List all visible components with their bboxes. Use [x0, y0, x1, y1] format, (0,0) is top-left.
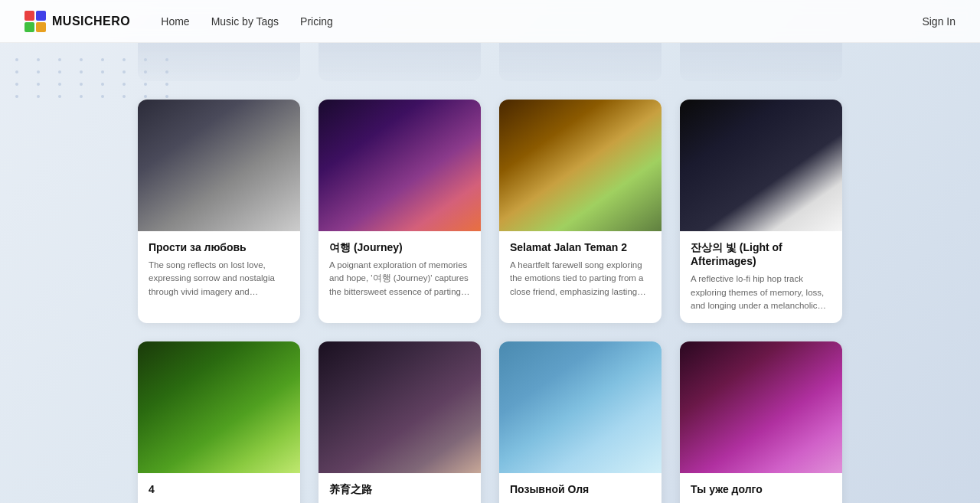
card-desc-selamat: A heartfelt farewell song exploring the … — [510, 259, 651, 299]
card-title-journey: 여행 (Journey) — [329, 240, 470, 254]
card-image-prosti — [138, 100, 300, 231]
card-journey[interactable]: 여행 (Journey) A poignant exploration of m… — [318, 100, 481, 323]
card-title-prosti: Прости за любовь — [149, 240, 289, 254]
card-grid-row2: 4 This song explores profound love and l… — [138, 341, 842, 503]
card-body-4: 4 This song explores profound love and l… — [138, 473, 300, 503]
card-image-4 — [138, 341, 300, 473]
card-body-pozyvnoi: Позывной Оля The song reflects on a sold… — [499, 473, 662, 503]
card-image-journey — [318, 100, 481, 231]
card-qiyu[interactable]: 养育之路 A poignant reflection on the challe… — [318, 341, 481, 503]
card-title-qiyu: 养育之路 — [329, 482, 470, 496]
card-title-4: 4 — [149, 482, 289, 496]
card-desc-journey: A poignant exploration of memories and h… — [329, 259, 470, 299]
logo-dot-3 — [24, 22, 34, 32]
logo[interactable]: MUSICHERO — [24, 11, 130, 32]
card-image-pozyvnoi — [499, 341, 662, 473]
card-image-jansang — [680, 100, 842, 231]
signin-link[interactable]: Sign In — [922, 15, 956, 28]
card-4[interactable]: 4 This song explores profound love and l… — [138, 341, 300, 503]
card-title-selamat: Selamat Jalan Teman 2 — [510, 240, 651, 254]
card-desc-prosti: The song reflects on lost love, expressi… — [149, 259, 289, 299]
card-body-selamat: Selamat Jalan Teman 2 A heartfelt farewe… — [499, 231, 662, 309]
card-title-jansang: 잔상의 빛 (Light of Afterimages) — [691, 240, 831, 268]
nav-music-by-tags[interactable]: Music by Tags — [211, 15, 279, 28]
logo-dot-2 — [36, 11, 46, 21]
main-content: Прости за любовь The song reflects on lo… — [0, 43, 980, 503]
card-body-jansang: 잔상의 빛 (Light of Afterimages) A reflectiv… — [680, 231, 842, 323]
card-selamat[interactable]: Selamat Jalan Teman 2 A heartfelt farewe… — [499, 100, 662, 323]
card-ty[interactable]: Ты уже долго A poignant exploration of l… — [680, 341, 842, 503]
top-row-partial — [138, 43, 842, 81]
logo-dot-4 — [36, 22, 46, 32]
partial-card-3 — [499, 43, 662, 81]
nav-pricing[interactable]: Pricing — [300, 15, 333, 28]
navigation: MUSICHERO Home Music by Tags Pricing Sig… — [0, 0, 980, 43]
logo-icon — [24, 11, 46, 32]
logo-dot-1 — [24, 11, 34, 21]
partial-card-4 — [680, 43, 842, 81]
card-body-qiyu: 养育之路 A poignant reflection on the challe… — [318, 473, 481, 503]
card-grid-row1: Прости за любовь The song reflects on lo… — [138, 100, 842, 323]
card-image-selamat — [499, 100, 662, 231]
card-pozyvnoi[interactable]: Позывной Оля The song reflects on a sold… — [499, 341, 662, 503]
partial-card-2 — [318, 43, 481, 81]
card-image-qiyu — [318, 341, 481, 473]
card-prosti[interactable]: Прости за любовь The song reflects on lo… — [138, 100, 300, 323]
partial-card-1 — [138, 43, 300, 81]
card-title-ty: Ты уже долго — [691, 482, 831, 496]
card-body-journey: 여행 (Journey) A poignant exploration of m… — [318, 231, 481, 309]
card-body-prosti: Прости за любовь The song reflects on lo… — [138, 231, 300, 309]
nav-links: Home Music by Tags Pricing — [161, 15, 922, 28]
card-image-ty — [680, 341, 842, 473]
card-desc-jansang: A reflective lo-fi hip hop track explori… — [691, 273, 831, 312]
logo-text: MUSICHERO — [52, 15, 130, 28]
card-title-pozyvnoi: Позывной Оля — [510, 482, 651, 496]
nav-home[interactable]: Home — [161, 15, 189, 28]
card-jansang[interactable]: 잔상의 빛 (Light of Afterimages) A reflectiv… — [680, 100, 842, 323]
card-body-ty: Ты уже долго A poignant exploration of l… — [680, 473, 842, 503]
